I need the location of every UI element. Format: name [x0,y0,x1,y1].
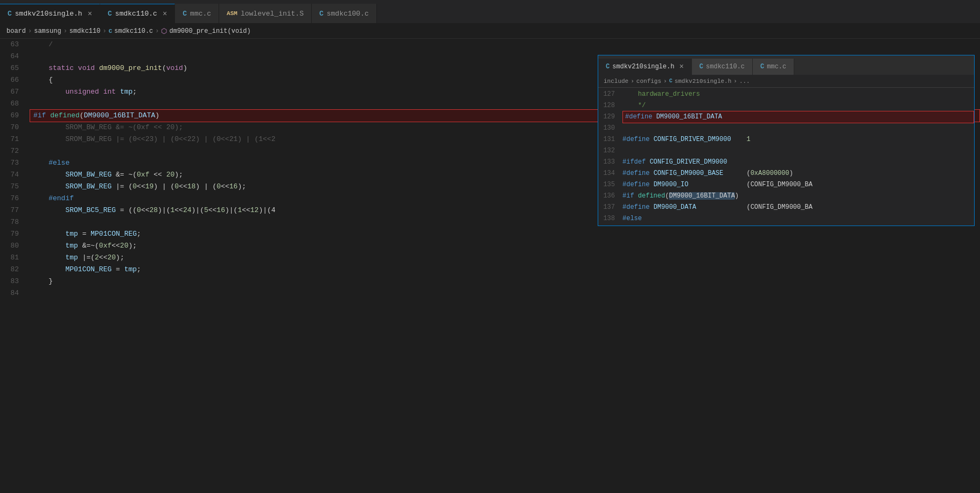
table-row: 63 / [0,39,980,51]
tab-label: lowlevel_init.S [241,10,304,18]
list-item: 132 [598,145,974,157]
peek-tab-bar: C smdkv210single.h × C smdkc110.c C mmc.… [598,55,974,75]
tab-bar: C smdkv210single.h × C smdkc110.c × C mm… [0,0,980,24]
c-icon: C [183,10,187,18]
table-row: 84 [0,287,980,299]
peek-tab-mmc-c[interactable]: C mmc.c [753,59,794,75]
peek-code: 127 hardware_drivers 128 */ 129 #define … [598,88,974,226]
breadcrumb: board › samsung › smdkc110 › C smdkc110.… [0,24,980,39]
breadcrumb-file[interactable]: smdkc110.c [114,27,153,35]
asm-icon: ASM [227,10,237,17]
c-icon: C [319,10,324,18]
list-item: 129 #define DM9000_16BIT_DATA [598,111,974,123]
breadcrumb-func-icon: ⬡ [161,27,167,36]
c-icon: C [760,63,764,71]
breadcrumb-samsung[interactable]: samsung [34,27,61,35]
peek-tab-label: mmc.c [767,63,786,71]
peek-tab-label: smdkc110.c [706,63,745,71]
tab-label: smdkv210single.h [15,10,82,18]
tab-label: smdkc110.c [115,10,157,18]
list-item: 135 #define DM9000_IO (CONFIG_DM9000_BA [598,179,974,191]
breadcrumb-c-icon: C [109,28,113,34]
peek-bc-c-icon: C [669,78,673,84]
list-item: 134 #define CONFIG_DM9000_BASE (0xA80000… [598,168,974,179]
c-icon: C [8,10,12,18]
list-item: 130 [598,123,974,134]
peek-bc-file: smdkv210single.h [675,78,732,84]
table-row: 81 tmp |=(2<<20); [0,252,980,264]
peek-bc-configs: configs [636,78,661,84]
tab-lowlevel-init-s[interactable]: ASM lowlevel_init.S [219,4,312,23]
peek-window: C smdkv210single.h × C smdkc110.c C mmc.… [598,55,975,226]
peek-bc-include: include [604,78,628,84]
peek-tab-smdkv210single-h[interactable]: C smdkv210single.h × [598,59,692,75]
list-item: 128 */ [598,100,974,111]
table-row: 80 tmp &=~(0xf<<20); [0,240,980,252]
peek-bc-ellipsis: ... [739,78,750,84]
list-item: 137 #define DM9000_DATA (CONFIG_DM9000_B… [598,202,974,213]
c-icon: C [606,63,610,71]
breadcrumb-board[interactable]: board [6,27,26,35]
breadcrumb-smdkc110[interactable]: smdkc110 [69,27,101,35]
tab-label: smdkc100.c [327,10,369,18]
list-item: 138 #else [598,213,974,224]
peek-tab-smdkc110-c[interactable]: C smdkc110.c [692,59,753,75]
c-icon: C [699,63,703,71]
tab-close-icon[interactable]: × [88,10,92,18]
list-item: 127 hardware_drivers [598,89,974,100]
c-icon: C [108,10,112,18]
tab-smdkv210single-h[interactable]: C smdkv210single.h × [0,4,100,23]
peek-tab-close-icon[interactable]: × [679,63,683,71]
table-row: 83 } [0,276,980,287]
peek-breadcrumb: include › configs › C smdkv210single.h ›… [598,75,974,88]
list-item: 133 #ifdef CONFIG_DRIVER_DM9000 [598,157,974,168]
tab-label: mmc.c [190,10,211,18]
tab-smdkc110-c[interactable]: C smdkc110.c × [100,4,175,23]
peek-tab-label: smdkv210single.h [612,63,674,71]
breadcrumb-function[interactable]: dm9000_pre_init(void) [169,27,250,35]
tab-mmc-c[interactable]: C mmc.c [175,4,219,23]
tab-smdkc100-c[interactable]: C smdkc100.c [312,4,377,23]
list-item: 131 #define CONFIG_DRIVER_DM9000 1 [598,134,974,145]
table-row: 79 tmp = MP01CON_REG; [0,228,980,240]
table-row: 82 MP01CON_REG = tmp; [0,264,980,276]
tab-close-icon[interactable]: × [163,10,167,18]
list-item: 136 #if defined(DM9000_16BIT_DATA) [598,191,974,202]
editor-container: 63 / 64 65 static void dm9000_pre_init(v… [0,39,980,493]
